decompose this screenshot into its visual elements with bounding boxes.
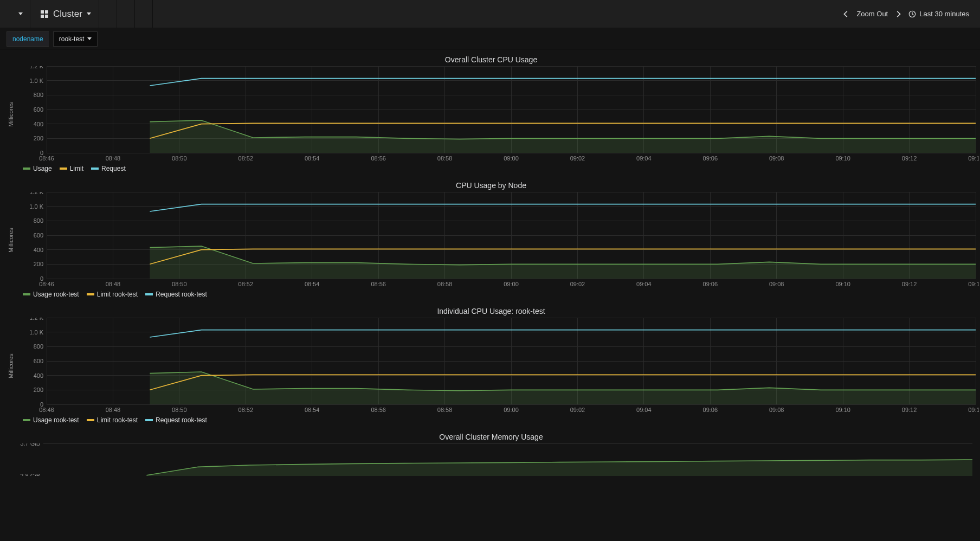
legend-item[interactable]: Usage [23,165,52,172]
svg-rect-5 [45,15,48,18]
legend-item[interactable]: Usage rook-test [23,416,79,424]
legend-label: Limit [70,165,83,172]
svg-text:800: 800 [34,92,43,98]
time-forward-button[interactable] [894,10,902,18]
svg-text:400: 400 [34,121,43,127]
legend: Usage rook-testLimit rook-testRequest ro… [7,414,976,427]
svg-text:09:06: 09:06 [703,407,718,413]
svg-text:3.7 GiB: 3.7 GiB [20,443,40,447]
svg-text:08:50: 08:50 [172,155,187,162]
legend-item[interactable]: Limit [60,165,83,172]
legend-label: Usage rook-test [33,291,79,298]
chart-area[interactable]: 02004006008001.0 K1.2 K08:4608:4808:5008… [14,318,979,414]
svg-text:09:08: 09:08 [769,281,784,287]
zoom-out-button[interactable]: Zoom Out [856,10,888,18]
svg-text:09:08: 09:08 [769,155,784,162]
svg-text:09:12: 09:12 [902,155,917,162]
legend-label: Request [101,165,126,172]
chart-area[interactable]: 02004006008001.0 K1.2 K08:4608:4808:5008… [14,192,979,288]
svg-text:400: 400 [34,372,43,379]
time-back-button[interactable] [842,10,850,18]
svg-text:09:10: 09:10 [835,155,850,162]
panel-title[interactable]: Individual CPU Usage: rook-test [7,304,976,318]
legend-swatch [87,419,94,421]
chart-area[interactable]: 2.8 GiB3.7 GiB [11,443,976,476]
svg-text:400: 400 [34,247,43,253]
panel: Overall Cluster Memory Usage2.8 GiB3.7 G… [7,429,976,476]
legend-item[interactable]: Request rook-test [145,291,207,298]
legend-swatch [145,293,153,295]
y-axis-label: Millicores [7,192,14,288]
svg-text:600: 600 [34,106,43,113]
legend-swatch [91,168,99,170]
legend-item[interactable]: Limit rook-test [87,416,138,424]
svg-text:09:08: 09:08 [769,407,784,413]
navbar: Cluster Zoom Out Last 30 minutes [0,0,980,28]
svg-text:09:00: 09:00 [504,407,519,413]
legend-swatch [23,419,30,421]
svg-text:2.8 GiB: 2.8 GiB [20,473,40,476]
svg-text:08:52: 08:52 [238,407,254,413]
legend-item[interactable]: Usage rook-test [23,291,79,298]
var-nodename-value: rook-test [59,35,85,43]
svg-text:08:58: 08:58 [437,407,453,413]
time-range-label: Last 30 minutes [919,10,969,18]
panel: Individual CPU Usage: rook-testMillicore… [7,304,976,427]
panel-title[interactable]: Overall Cluster Memory Usage [7,429,976,443]
legend-swatch [60,168,67,170]
dashboard-title: Cluster [53,9,82,20]
legend: Usage rook-testLimit rook-testRequest ro… [7,288,976,301]
svg-text:1.0 K: 1.0 K [29,203,43,210]
settings-button[interactable] [137,0,153,28]
svg-text:08:56: 08:56 [371,407,386,413]
svg-rect-4 [41,15,44,18]
grid-icon [40,10,49,18]
svg-text:08:50: 08:50 [172,281,187,287]
svg-text:09:12: 09:12 [902,407,917,413]
svg-text:09:14: 09:14 [968,407,979,413]
svg-text:09:06: 09:06 [703,155,718,162]
svg-text:09:02: 09:02 [570,407,585,413]
svg-text:600: 600 [34,232,43,239]
svg-text:800: 800 [34,217,43,224]
svg-text:1.0 K: 1.0 K [29,329,43,336]
legend-item[interactable]: Limit rook-test [87,291,138,298]
y-axis-label: Millicores [7,66,14,163]
panel-title[interactable]: CPU Usage by Node [7,178,976,192]
svg-rect-3 [45,10,48,14]
legend-label: Usage [33,165,52,172]
clock-icon [908,10,916,18]
legend: UsageLimitRequest [7,163,976,176]
legend-item[interactable]: Request [91,165,126,172]
svg-text:09:10: 09:10 [835,281,850,287]
legend-label: Limit rook-test [97,291,138,298]
svg-text:08:46: 08:46 [39,155,54,162]
save-button[interactable] [119,0,135,28]
svg-text:08:46: 08:46 [39,407,54,413]
svg-text:09:14: 09:14 [968,281,979,287]
svg-text:08:54: 08:54 [305,155,320,162]
svg-text:08:48: 08:48 [106,155,121,162]
panel-title[interactable]: Overall Cluster CPU Usage [7,52,976,66]
panels-container: Overall Cluster CPU UsageMillicores02004… [0,50,980,476]
var-nodename-label: nodename [7,31,49,47]
chart-area[interactable]: 02004006008001.0 K1.2 K08:4608:4808:5008… [14,66,979,163]
svg-text:1.0 K: 1.0 K [29,78,43,84]
legend-item[interactable]: Request rook-test [145,416,207,424]
svg-text:800: 800 [34,343,43,350]
svg-text:08:48: 08:48 [106,407,121,413]
svg-text:200: 200 [34,261,43,267]
share-button[interactable] [101,0,117,28]
panel: Overall Cluster CPU UsageMillicores02004… [7,52,976,176]
svg-text:09:06: 09:06 [703,281,718,287]
dashboard-picker[interactable]: Cluster [33,0,99,28]
panel: CPU Usage by NodeMillicores0200400600800… [7,178,976,301]
svg-text:1.2 K: 1.2 K [29,192,43,195]
legend-label: Request rook-test [156,291,207,298]
grafana-logo[interactable] [4,0,30,28]
var-nodename-picker[interactable]: rook-test [53,31,98,47]
svg-text:08:54: 08:54 [305,407,320,413]
y-axis-label: Millicores [7,318,14,414]
legend-swatch [23,168,30,170]
time-picker[interactable]: Last 30 minutes [908,10,976,18]
